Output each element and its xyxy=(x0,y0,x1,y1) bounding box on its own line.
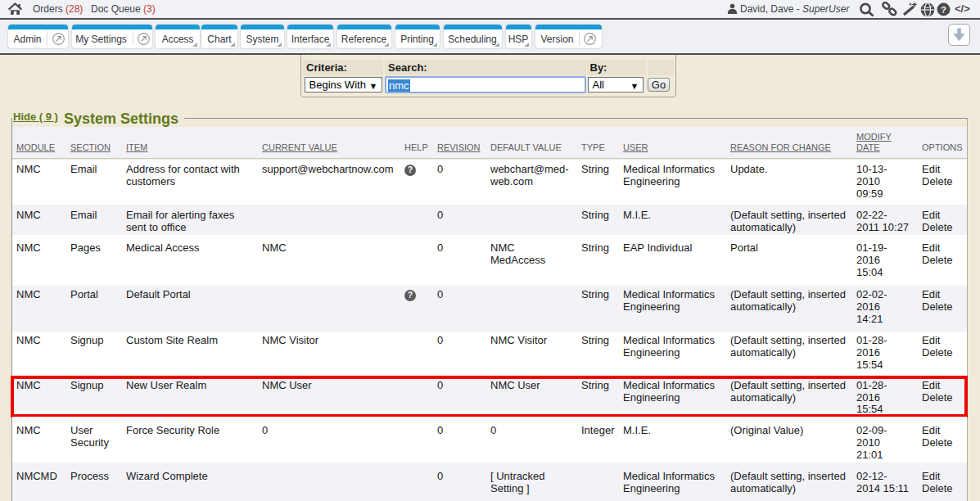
svg-text:?: ? xyxy=(941,5,946,15)
